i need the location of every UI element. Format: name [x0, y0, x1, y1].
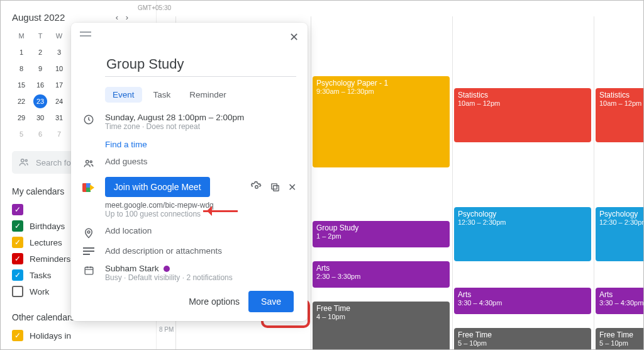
calendar-event[interactable]: Arts3:30 – 4:30pm — [596, 288, 644, 314]
calendar-event[interactable]: Group Study1 – 2pm — [313, 221, 450, 247]
mini-cal-day[interactable]: 8 — [12, 60, 31, 77]
remove-meet-icon[interactable]: ✕ — [288, 181, 296, 193]
calendar-event[interactable]: Free Time5 – 10pm — [454, 328, 591, 350]
mini-cal-day[interactable]: 17 — [50, 77, 69, 93]
svg-point-7 — [255, 186, 258, 189]
add-location-input[interactable]: Add location — [105, 226, 296, 235]
mini-cal-month: August 2022 — [12, 12, 65, 23]
event-datetime-sub[interactable]: Time zone · Does not repeat — [105, 122, 296, 131]
checkbox-icon[interactable] — [12, 220, 23, 232]
mini-cal-day[interactable]: 24 — [50, 93, 69, 110]
mini-cal-day[interactable]: 31 — [50, 110, 69, 126]
checkbox-icon[interactable] — [12, 237, 23, 248]
tab-reminder[interactable]: Reminder — [182, 87, 234, 103]
calendar-label: Birthdays — [30, 222, 65, 231]
mini-cal-day[interactable]: 22 — [12, 93, 31, 110]
calendar-toggle-holidays[interactable]: Holidays in — [12, 327, 150, 344]
svg-point-0 — [21, 159, 25, 162]
mini-cal-day[interactable]: 7 — [50, 126, 69, 142]
event-title-input[interactable] — [105, 55, 296, 77]
calendar-owner-icon — [82, 264, 95, 276]
description-icon — [82, 246, 95, 256]
visibility-notifications-text[interactable]: Busy · Default visibility · 2 notificati… — [105, 273, 296, 282]
clock-icon — [82, 113, 95, 125]
calendar-event[interactable]: Psychology Paper - 19:30am – 12:30pm — [313, 76, 450, 167]
event-datetime[interactable]: Sunday, August 28 1:00pm – 2:00pm — [105, 113, 296, 122]
hour-label-8pm: 8 PM — [159, 326, 174, 333]
mini-cal-day[interactable]: 3 — [50, 44, 69, 60]
mini-cal-day[interactable]: 9 — [31, 60, 50, 77]
checkbox-icon[interactable] — [12, 286, 23, 297]
mini-cal-day[interactable]: 5 — [12, 126, 31, 142]
guests-icon — [82, 157, 95, 169]
location-icon — [82, 226, 95, 239]
meet-capacity-text: Up to 100 guest connections — [105, 210, 296, 218]
tab-event[interactable]: Event — [105, 87, 142, 103]
mini-cal-day[interactable]: 30 — [31, 110, 50, 126]
add-guests-input[interactable]: Add guests — [105, 157, 296, 166]
svg-point-1 — [25, 160, 27, 162]
svg-point-6 — [90, 161, 92, 163]
svg-rect-2 — [80, 31, 91, 33]
event-create-popover: ✕ Event Task Reminder Sunday, August 28 … — [71, 23, 308, 321]
more-options-button[interactable]: More options — [189, 296, 240, 307]
checkbox-icon[interactable] — [12, 330, 23, 341]
save-button[interactable]: Save — [248, 291, 294, 312]
calendar-label: Work — [30, 287, 49, 296]
svg-point-5 — [86, 161, 89, 164]
meet-link-text: meet.google.com/bic-mepw-wdq — [105, 201, 296, 210]
checkbox-icon[interactable] — [12, 204, 23, 215]
mini-cal-day[interactable]: 16 — [31, 77, 50, 93]
close-icon[interactable]: ✕ — [289, 30, 299, 44]
find-a-time-link[interactable]: Find a time — [105, 140, 296, 149]
people-icon — [18, 157, 30, 168]
meet-settings-icon[interactable] — [251, 181, 262, 193]
svg-rect-8 — [274, 185, 279, 191]
timezone-label: GMT+05:30 — [138, 4, 171, 11]
add-description-input[interactable]: Add description or attachments — [105, 246, 296, 256]
arrow-annotation — [203, 205, 247, 217]
calendar-label: Holidays in — [30, 331, 71, 341]
svg-rect-3 — [80, 35, 91, 37]
calendar-label: Reminders — [30, 254, 70, 264]
mini-cal-day[interactable]: 6 — [31, 126, 50, 142]
calendar-event[interactable]: Statistics10am – 12pm — [454, 88, 591, 142]
calendar-event[interactable]: Psychology12:30 – 2:30pm — [454, 207, 591, 261]
mini-cal-day[interactable]: 23 — [33, 94, 47, 108]
mini-cal-day[interactable]: 29 — [12, 110, 31, 126]
svg-point-10 — [87, 231, 90, 234]
calendar-event[interactable]: Statistics10am – 12pm — [596, 88, 644, 142]
join-google-meet-button[interactable]: Join with Google Meet — [105, 177, 210, 197]
calendar-label: Tasks — [30, 271, 52, 280]
calendar-color-dot — [164, 266, 170, 272]
tab-task[interactable]: Task — [146, 87, 179, 103]
svg-rect-13 — [83, 254, 90, 255]
mini-cal-day[interactable]: 10 — [50, 60, 69, 77]
mini-cal-day[interactable]: 15 — [12, 77, 31, 93]
svg-rect-12 — [83, 251, 94, 252]
calendar-event[interactable]: Free Time5 – 10pm — [596, 328, 644, 350]
calendar-event[interactable]: Arts3:30 – 4:30pm — [454, 288, 591, 314]
calendar-event[interactable]: Free Time4 – 10pm — [313, 302, 450, 350]
svg-rect-11 — [83, 247, 94, 249]
drag-handle-icon[interactable] — [80, 30, 91, 44]
calendar-event[interactable]: Arts2:30 – 3:30pm — [313, 261, 450, 288]
svg-rect-14 — [85, 268, 93, 274]
mini-cal-day[interactable]: 1 — [12, 44, 31, 60]
google-meet-icon — [82, 182, 95, 192]
svg-rect-9 — [272, 183, 277, 189]
checkbox-icon[interactable] — [12, 253, 23, 264]
copy-meet-link-icon[interactable] — [270, 182, 280, 193]
checkbox-icon[interactable] — [12, 269, 23, 281]
mini-cal-day[interactable]: 2 — [31, 44, 50, 60]
calendar-event[interactable]: Psychology12:30 – 2:30pm — [596, 207, 644, 261]
calendar-owner-name[interactable]: Subham Stark — [105, 264, 159, 273]
calendar-label: Lectures — [30, 238, 62, 247]
